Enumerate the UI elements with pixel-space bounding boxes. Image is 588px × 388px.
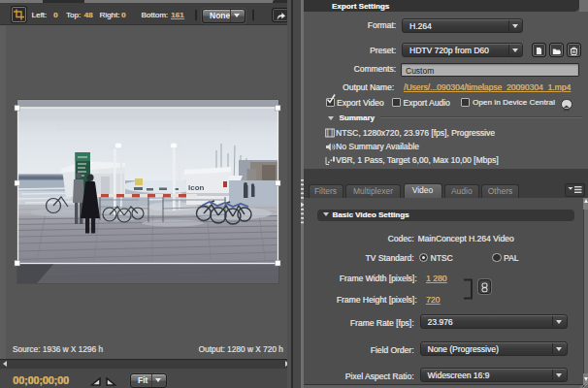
svg-text:Icon: Icon [188,183,205,192]
